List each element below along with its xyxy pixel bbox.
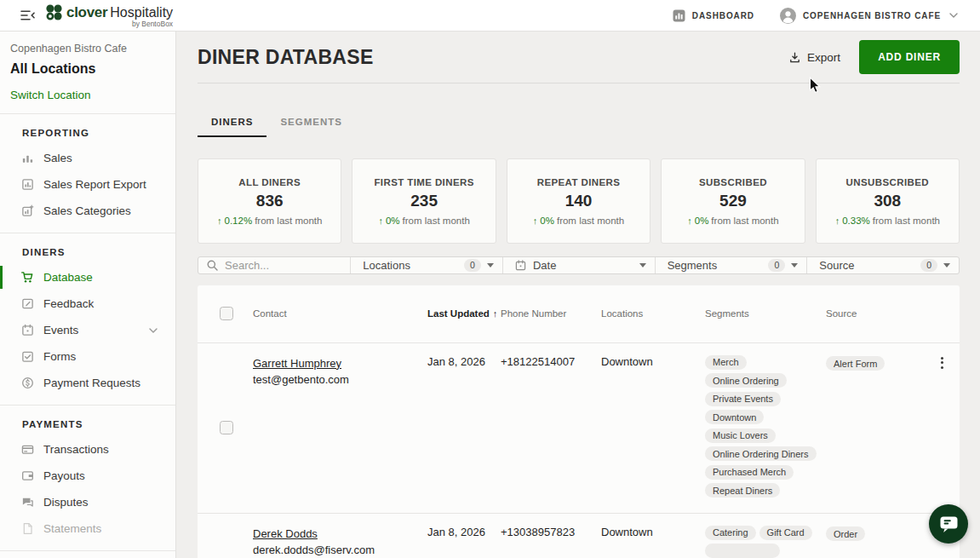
- dashboard-label: DASHBOARD: [692, 11, 754, 20]
- stat-change: ↑0%from last month: [378, 216, 469, 226]
- search-icon: [207, 260, 218, 271]
- filter-dropdown-source[interactable]: Source0: [807, 257, 959, 273]
- page-head: DINER DATABASE Export ADD DINER: [198, 40, 960, 74]
- stat-value: 235: [410, 192, 438, 210]
- topbar-right: DASHBOARD COPENHAGEN BISTRO CAFE: [673, 8, 980, 24]
- sidebar-item-database[interactable]: Database: [0, 264, 175, 291]
- stat-card-repeat-diners: REPEAT DINERS140↑0%from last month: [507, 158, 650, 244]
- sidebar-item-statements[interactable]: Statements: [0, 515, 175, 542]
- sidebar-item-sales-report-export[interactable]: Sales Report Export: [0, 171, 175, 198]
- export-button[interactable]: Export: [788, 51, 840, 64]
- clover-hospitality-logo[interactable]: clover Hospitality by BentoBox: [45, 3, 173, 28]
- column-header-label: Source: [826, 308, 857, 319]
- stat-change-percent: 0.33%: [842, 216, 870, 226]
- sidebar-item-forms[interactable]: Forms: [0, 343, 175, 370]
- head-actions: Export ADD DINER: [788, 40, 960, 74]
- stat-card-subscribed: SUBSCRIBED529↑0%from last month: [661, 158, 805, 244]
- diner-name-link[interactable]: Derek Dodds: [253, 527, 318, 540]
- sidebar-section-reporting: REPORTINGSalesSales Report ExportSales C…: [0, 113, 175, 233]
- sidebar-item-sales-categories[interactable]: Sales Categories: [0, 198, 175, 224]
- stat-label: UNSUBSCRIBED: [846, 177, 929, 187]
- column-header-source: Source: [826, 308, 925, 319]
- source-pill: Order: [826, 526, 865, 541]
- search-input[interactable]: [225, 259, 341, 272]
- stat-card-unsubscribed: UNSUBSCRIBED308↑0.33%from last month: [816, 158, 960, 244]
- sidebar-item-payouts[interactable]: Payouts: [0, 463, 175, 489]
- calendar-icon: [515, 260, 526, 271]
- logo-byline: by BentoBox: [66, 20, 173, 28]
- last-updated-cell: Jan 8, 2026: [427, 514, 501, 538]
- filter-dropdown-segments[interactable]: Segments0: [656, 257, 808, 273]
- logo-text: clover Hospitality by BentoBox: [66, 3, 173, 28]
- sidebar-item-sales[interactable]: Sales: [0, 145, 175, 171]
- events-icon: [20, 324, 34, 337]
- account-menu[interactable]: COPENHAGEN BISTRO CAFE: [780, 8, 958, 24]
- tab-segments[interactable]: SEGMENTS: [266, 115, 356, 137]
- sidebar: Copenhagen Bistro Cafe All Locations Swi…: [0, 32, 176, 558]
- sidebar-item-label: Sales Report Export: [43, 178, 146, 191]
- sidebar-item-label: Events: [43, 324, 78, 337]
- topbar: clover Hospitality by BentoBox DASHBOARD…: [0, 0, 980, 32]
- row-checkbox[interactable]: [220, 421, 233, 434]
- sidebar-section-title: DINERS: [0, 244, 175, 264]
- tabs: DINERS SEGMENTS: [198, 115, 960, 137]
- locations-cell: Downtown: [601, 343, 705, 368]
- filter-label: Segments: [668, 259, 718, 272]
- sort-asc-icon: ↑: [493, 308, 498, 319]
- stat-change: ↑0.33%from last month: [835, 216, 940, 226]
- add-diner-button[interactable]: ADD DINER: [859, 40, 960, 74]
- stat-card-all-diners: ALL DINERS836↑0.12%from last month: [198, 158, 341, 244]
- select-all-checkbox[interactable]: [220, 307, 233, 320]
- payouts-icon: [20, 469, 34, 482]
- stat-change-percent: 0%: [540, 216, 554, 226]
- chat-fab-button[interactable]: [929, 504, 968, 544]
- sales-categories-icon: [20, 204, 34, 217]
- feedback-icon: [20, 297, 34, 310]
- stats-row: ALL DINERS836↑0.12%from last monthFIRST …: [198, 158, 960, 244]
- sidebar-item-transactions[interactable]: Transactions: [0, 436, 175, 463]
- tab-diners[interactable]: DINERS: [198, 115, 266, 137]
- diner-name-link[interactable]: Garrett Humphrey: [253, 357, 341, 370]
- trend-up-icon: ↑: [217, 216, 222, 226]
- sidebar-section-title: PAYMENTS: [0, 416, 175, 436]
- stat-label: SUBSCRIBED: [699, 177, 767, 187]
- filter-label: Locations: [363, 259, 410, 272]
- sidebar-item-events[interactable]: Events: [0, 317, 175, 343]
- stat-value: 836: [256, 192, 284, 210]
- clover-logo-icon: [45, 3, 63, 21]
- trend-up-icon: ↑: [687, 216, 692, 226]
- dropdown-caret-icon: [639, 263, 646, 267]
- sidebar-item-feedback[interactable]: Feedback: [0, 291, 175, 317]
- filter-dropdown-date[interactable]: Date: [503, 257, 656, 273]
- sidebar-item-payment-requests[interactable]: Payment Requests: [0, 370, 175, 396]
- segment-pill: Catering: [705, 526, 756, 540]
- phone-cell: +13038957823: [501, 514, 601, 538]
- sidebar-section-payments: PAYMENTSTransactionsPayoutsDisputesState…: [0, 405, 175, 550]
- sidebar-item-label: Disputes: [43, 496, 89, 509]
- dropdown-caret-icon: [943, 263, 950, 267]
- download-icon: [788, 51, 801, 64]
- kebab-menu-icon[interactable]: [936, 355, 948, 371]
- stat-value: 529: [719, 192, 747, 210]
- filter-dropdown-locations[interactable]: Locations0: [351, 257, 503, 273]
- sidebar-section-diners: DINERSDatabaseFeedbackEventsFormsPayment…: [0, 233, 175, 405]
- column-header-label: Contact: [253, 308, 287, 319]
- trend-up-icon: ↑: [378, 216, 383, 226]
- sidebar-collapse-button[interactable]: [20, 9, 35, 21]
- column-header-label: Last Updated: [427, 308, 490, 319]
- segment-pill-clipped: [705, 544, 780, 558]
- switch-location-link[interactable]: Switch Location: [10, 89, 165, 101]
- sidebar-item-label: Transactions: [43, 443, 109, 456]
- statements-icon: [20, 522, 34, 535]
- sidebar-item-label: Sales: [43, 152, 72, 164]
- stat-change-note: from last month: [711, 216, 778, 226]
- sidebar-item-label: Sales Categories: [43, 204, 131, 217]
- column-header-label: Phone Number: [501, 308, 566, 319]
- sidebar-item-disputes[interactable]: Disputes: [0, 489, 175, 515]
- search-section: [198, 257, 351, 273]
- table-row: Derek Doddsderek.dodds@fiserv.comJan 8, …: [198, 513, 960, 558]
- column-header-last-updated[interactable]: Last Updated↑: [427, 308, 501, 319]
- dashboard-link[interactable]: DASHBOARD: [673, 9, 754, 22]
- source-pill: Alert Form: [826, 356, 885, 371]
- phone-cell: +18122514007: [501, 343, 601, 368]
